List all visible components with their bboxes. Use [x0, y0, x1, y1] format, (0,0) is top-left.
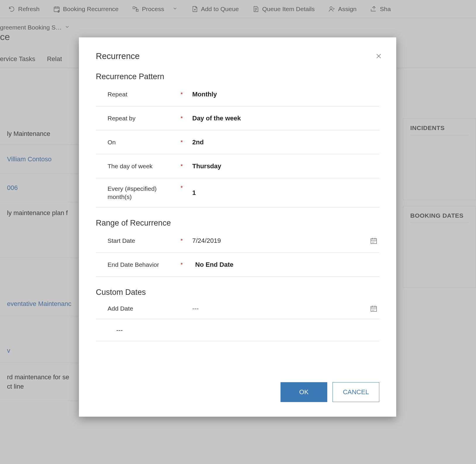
- calendar-icon[interactable]: [370, 237, 378, 245]
- repeat-by-value: Day of the week: [192, 115, 379, 122]
- custom-date-value: ---: [116, 326, 123, 334]
- repeat-label: Repeat: [108, 90, 181, 98]
- required-mark: *: [181, 91, 192, 98]
- start-date-value: 7/24/2019: [192, 237, 370, 245]
- day-of-week-label: The day of week: [108, 162, 181, 170]
- repeat-row[interactable]: Repeat * Monthly: [96, 82, 379, 106]
- start-date-row[interactable]: Start Date * 7/24/2019: [96, 229, 379, 253]
- every-months-row[interactable]: Every (#specified) month(s) * 1: [96, 178, 379, 207]
- repeat-by-label: Repeat by: [108, 114, 181, 122]
- cancel-label: CANCEL: [343, 388, 369, 396]
- modal-footer: OK CANCEL: [96, 382, 379, 408]
- ok-label: OK: [299, 388, 309, 396]
- custom-date-item[interactable]: ---: [96, 319, 379, 341]
- recurrence-modal: Recurrence Recurrence Pattern Repeat * M…: [79, 37, 396, 417]
- every-months-label: Every (#specified) month(s): [108, 185, 181, 201]
- add-date-label: Add Date: [108, 304, 181, 312]
- close-button[interactable]: [375, 53, 382, 60]
- day-of-week-row[interactable]: The day of week * Thursday: [96, 154, 379, 178]
- end-date-behavior-value: No End Date: [192, 261, 379, 269]
- section-pattern: Recurrence Pattern: [96, 72, 379, 81]
- required-mark: *: [181, 115, 192, 122]
- required-mark: *: [181, 185, 192, 191]
- on-label: On: [108, 138, 181, 146]
- required-mark: *: [181, 238, 192, 244]
- ok-button[interactable]: OK: [281, 382, 327, 402]
- required-mark: *: [181, 262, 192, 268]
- on-row[interactable]: On * 2nd: [96, 130, 379, 154]
- end-date-behavior-label: End Date Behavior: [108, 261, 181, 269]
- repeat-by-row[interactable]: Repeat by * Day of the week: [96, 106, 379, 130]
- required-mark: *: [181, 139, 192, 146]
- section-custom: Custom Dates: [96, 288, 379, 297]
- modal-title: Recurrence: [96, 51, 379, 61]
- day-of-week-value: Thursday: [192, 162, 379, 170]
- required-mark: *: [181, 163, 192, 169]
- cancel-button[interactable]: CANCEL: [333, 382, 379, 402]
- every-months-value: 1: [192, 189, 379, 197]
- repeat-value: Monthly: [192, 91, 379, 98]
- section-range: Range of Recurrence: [96, 219, 379, 228]
- add-date-value: ---: [192, 305, 370, 312]
- calendar-icon[interactable]: [370, 305, 378, 312]
- start-date-label: Start Date: [108, 237, 181, 245]
- add-date-row[interactable]: Add Date ---: [96, 298, 379, 319]
- svg-rect-4: [371, 238, 377, 243]
- on-value: 2nd: [192, 138, 379, 146]
- svg-rect-5: [371, 306, 377, 311]
- end-date-behavior-row[interactable]: End Date Behavior * No End Date: [96, 253, 379, 277]
